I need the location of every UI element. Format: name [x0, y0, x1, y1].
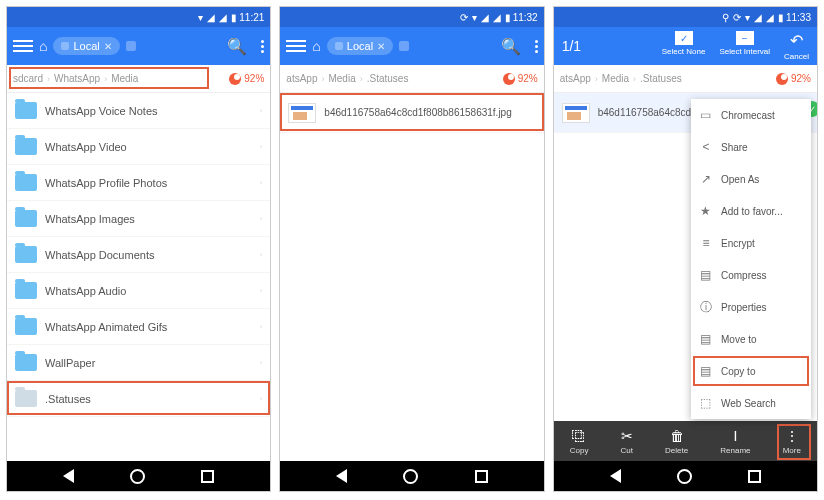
- action-label: Copy: [570, 446, 589, 455]
- battery-icon: ▮: [231, 12, 237, 23]
- menu-label: Open As: [721, 174, 759, 185]
- wifi-icon: ▾: [472, 12, 477, 23]
- close-icon[interactable]: ✕: [104, 41, 112, 52]
- menu-open-as[interactable]: ↗Open As: [691, 163, 811, 195]
- menu-compress[interactable]: ▤Compress: [691, 259, 811, 291]
- list-item[interactable]: .Statuses›: [7, 381, 270, 417]
- context-menu: ▭Chromecast <Share ↗Open As ★Add to favo…: [691, 99, 811, 419]
- back-button[interactable]: [63, 469, 74, 483]
- list-item[interactable]: WhatsApp Video›: [7, 129, 270, 165]
- rename-button[interactable]: IRename: [720, 428, 750, 455]
- breadcrumb-segment[interactable]: atsApp: [286, 73, 317, 84]
- more-dots-icon: ⋮: [785, 428, 799, 444]
- file-list: WhatsApp Voice Notes› WhatsApp Video› Wh…: [7, 93, 270, 461]
- cut-button[interactable]: ✂Cut: [621, 428, 633, 455]
- image-thumbnail: [562, 103, 590, 123]
- breadcrumb-segment[interactable]: atsApp: [560, 73, 591, 84]
- image-thumbnail: [288, 103, 316, 123]
- folder-icon: [15, 102, 37, 119]
- breadcrumb-segment[interactable]: WhatsApp: [54, 73, 100, 84]
- list-item[interactable]: WhatsApp Documents›: [7, 237, 270, 273]
- list-item[interactable]: WhatsApp Images›: [7, 201, 270, 237]
- breadcrumb-segment[interactable]: .Statuses: [640, 73, 682, 84]
- menu-share[interactable]: <Share: [691, 131, 811, 163]
- menu-copy-to[interactable]: ▤Copy to: [691, 355, 811, 387]
- folder-icon: [15, 354, 37, 371]
- menu-properties[interactable]: ⓘProperties: [691, 291, 811, 323]
- chevron-right-icon: ›: [260, 358, 263, 367]
- chevron-right-icon: ›: [260, 178, 263, 187]
- home-button[interactable]: [403, 469, 418, 484]
- menu-chromecast[interactable]: ▭Chromecast: [691, 99, 811, 131]
- search-icon[interactable]: 🔍: [501, 37, 521, 56]
- phone-screen-3: ⚲ ⟳ ▾ ◢ ◢ ▮ 11:33 1/1 ✓Select None −Sele…: [553, 6, 818, 492]
- cancel-button[interactable]: ↶Cancel: [784, 31, 809, 61]
- list-item[interactable]: WhatsApp Profile Photos›: [7, 165, 270, 201]
- chevron-right-icon: ›: [47, 74, 50, 84]
- menu-encrypt[interactable]: ≡Encrypt: [691, 227, 811, 259]
- home-button[interactable]: [130, 469, 145, 484]
- chevron-right-icon: ›: [360, 74, 363, 84]
- menu-move-to[interactable]: ▤Move to: [691, 323, 811, 355]
- breadcrumb[interactable]: atsApp › Media › .Statuses 92%: [554, 65, 817, 93]
- search-icon[interactable]: 🔍: [227, 37, 247, 56]
- menu-icon[interactable]: [286, 40, 306, 52]
- wifi-icon: ▾: [198, 12, 203, 23]
- breadcrumb[interactable]: sdcard › WhatsApp › Media 92%: [7, 65, 270, 93]
- chevron-right-icon: ›: [260, 250, 263, 259]
- item-label: WhatsApp Animated Gifs: [45, 321, 167, 333]
- breadcrumb-segment[interactable]: sdcard: [13, 73, 43, 84]
- copy-icon: ⿻: [572, 428, 586, 444]
- close-icon[interactable]: ✕: [377, 41, 385, 52]
- menu-label: Move to: [721, 334, 757, 345]
- clock: 11:33: [786, 12, 811, 23]
- chromecast-icon: ▭: [699, 108, 713, 122]
- action-label: Delete: [665, 446, 688, 455]
- menu-icon[interactable]: [13, 40, 33, 52]
- location-chip[interactable]: Local ✕: [53, 37, 119, 55]
- menu-web-search[interactable]: ⬚Web Search: [691, 387, 811, 419]
- move-icon: ▤: [699, 332, 713, 346]
- tab-indicator: [399, 41, 409, 51]
- breadcrumb-segment[interactable]: .Statuses: [367, 73, 409, 84]
- home-button[interactable]: [677, 469, 692, 484]
- storage-indicator: 92%: [776, 73, 811, 85]
- breadcrumb-segment[interactable]: Media: [602, 73, 629, 84]
- location-chip[interactable]: Local ✕: [327, 37, 393, 55]
- breadcrumb[interactable]: atsApp › Media › .Statuses 92%: [280, 65, 543, 93]
- home-icon[interactable]: ⌂: [312, 38, 320, 54]
- back-button[interactable]: [610, 469, 621, 483]
- menu-label: Add to favor...: [721, 206, 783, 217]
- list-item[interactable]: WhatsApp Voice Notes›: [7, 93, 270, 129]
- navigation-bar: [554, 461, 817, 491]
- recents-button[interactable]: [748, 470, 761, 483]
- search-icon: ⬚: [699, 396, 713, 410]
- list-item[interactable]: WhatsApp Animated Gifs›: [7, 309, 270, 345]
- file-list: b46d116758a64c8cd1f808b86158631f.jpg: [280, 93, 543, 461]
- more-button[interactable]: ⋮More: [783, 428, 801, 455]
- select-none-button[interactable]: ✓Select None: [662, 31, 706, 61]
- copy-button[interactable]: ⿻Copy: [570, 428, 589, 455]
- status-bar: ▾ ◢ ◢ ▮ 11:21: [7, 7, 270, 27]
- menu-favorite[interactable]: ★Add to favor...: [691, 195, 811, 227]
- more-icon[interactable]: [535, 38, 538, 55]
- more-icon[interactable]: [261, 38, 264, 55]
- list-item[interactable]: WhatsApp Audio›: [7, 273, 270, 309]
- list-item[interactable]: WallPaper›: [7, 345, 270, 381]
- phone-screen-1: ▾ ◢ ◢ ▮ 11:21 ⌂ Local ✕ 🔍 sdcard › Whats…: [6, 6, 271, 492]
- select-interval-button[interactable]: −Select Interval: [719, 31, 770, 61]
- folder-icon: [15, 174, 37, 191]
- status-bar: ⟳ ▾ ◢ ◢ ▮ 11:32: [280, 7, 543, 27]
- recents-button[interactable]: [201, 470, 214, 483]
- home-icon[interactable]: ⌂: [39, 38, 47, 54]
- recents-button[interactable]: [475, 470, 488, 483]
- back-button[interactable]: [336, 469, 347, 483]
- chevron-right-icon: ›: [260, 106, 263, 115]
- breadcrumb-segment[interactable]: Media: [111, 73, 138, 84]
- delete-button[interactable]: 🗑Delete: [665, 428, 688, 455]
- breadcrumb-segment[interactable]: Media: [328, 73, 355, 84]
- folder-icon: [15, 138, 37, 155]
- action-label: Select None: [662, 47, 706, 56]
- list-item[interactable]: b46d116758a64c8cd1f808b86158631f.jpg: [280, 93, 543, 133]
- folder-icon: [15, 318, 37, 335]
